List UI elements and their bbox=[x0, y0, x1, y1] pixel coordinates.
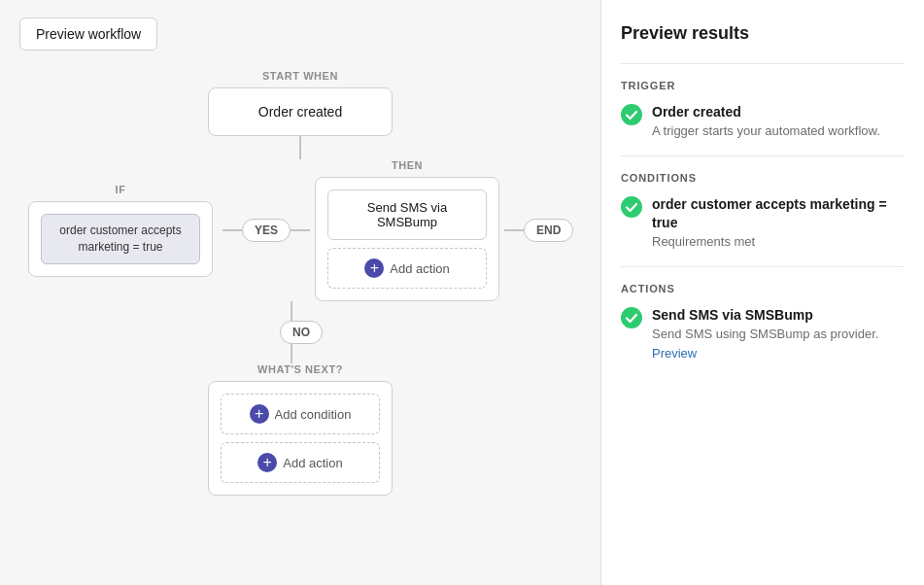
condition-check-icon bbox=[621, 196, 642, 218]
trigger-check-icon bbox=[621, 104, 642, 125]
condition-pill: order customer accepts marketing = true bbox=[41, 214, 200, 264]
conditions-section-header: CONDITIONS bbox=[621, 172, 905, 184]
trigger-box: Order created bbox=[208, 87, 393, 136]
no-branch: NO bbox=[198, 301, 402, 363]
action-result-content: Send SMS via SMSBump Send SMS using SMSB… bbox=[652, 306, 878, 361]
end-badge: END bbox=[524, 219, 573, 242]
trigger-result-content: Order created A trigger starts your auto… bbox=[652, 103, 880, 140]
then-label: THEN bbox=[392, 159, 423, 171]
action-preview-link[interactable]: Preview bbox=[652, 346, 878, 361]
no-badge: NO bbox=[280, 321, 323, 344]
if-box: order customer accepts marketing = true bbox=[28, 201, 213, 277]
preview-results-panel: Preview results TRIGGER Order created A … bbox=[600, 0, 924, 585]
h-connector-end bbox=[504, 229, 524, 231]
action-check-icon bbox=[621, 307, 642, 328]
add-condition-button[interactable]: + Add condition bbox=[221, 394, 380, 434]
divider-3 bbox=[621, 266, 905, 267]
then-block: THEN Send SMS via SMSBump + Add action bbox=[310, 159, 504, 301]
trigger-result-desc: A trigger starts your automated workflow… bbox=[652, 122, 880, 140]
svg-point-0 bbox=[621, 104, 642, 125]
whats-next-box: + Add condition + Add action bbox=[208, 381, 393, 496]
v-line-no-2 bbox=[291, 344, 292, 363]
svg-point-2 bbox=[621, 307, 642, 328]
divider-2 bbox=[621, 155, 905, 156]
workflow-canvas: Preview workflow START WHEN Order create… bbox=[0, 0, 600, 585]
connector-line-1 bbox=[299, 136, 301, 159]
action-result-title: Send SMS via SMSBump bbox=[652, 306, 878, 324]
panel-title: Preview results bbox=[621, 23, 905, 44]
add-action-whats-next-button[interactable]: + Add action bbox=[221, 442, 380, 483]
if-then-row: IF order customer accepts marketing = tr… bbox=[18, 159, 582, 301]
no-row bbox=[291, 301, 292, 321]
v-line-no bbox=[291, 301, 292, 321]
add-action-then-button[interactable]: + Add action bbox=[327, 248, 487, 289]
whats-next-block: WHAT'S NEXT? + Add condition + Add actio… bbox=[203, 363, 397, 496]
svg-point-1 bbox=[621, 196, 642, 218]
start-when-label: START WHEN bbox=[262, 70, 338, 82]
v-line-no-2 bbox=[291, 344, 292, 363]
trigger-result-title: Order created bbox=[652, 103, 880, 120]
start-when-block: START WHEN Order created bbox=[203, 70, 397, 136]
trigger-section-header: TRIGGER bbox=[621, 80, 905, 91]
condition-result-content: order customer accepts marketing = true … bbox=[652, 195, 905, 251]
trigger-result-item: Order created A trigger starts your auto… bbox=[621, 103, 905, 140]
action-result-item: Send SMS via SMSBump Send SMS using SMSB… bbox=[621, 306, 905, 361]
plus-icon-action: + bbox=[257, 453, 277, 472]
h-connector-yes2 bbox=[291, 229, 310, 231]
if-label: IF bbox=[116, 184, 126, 195]
sms-action-item: Send SMS via SMSBump bbox=[327, 189, 487, 240]
condition-result-title: order customer accepts marketing = true bbox=[652, 195, 905, 230]
preview-workflow-button[interactable]: Preview workflow bbox=[19, 17, 157, 51]
divider-1 bbox=[621, 63, 905, 64]
condition-result-desc: Requirements met bbox=[652, 233, 905, 251]
h-connector-yes bbox=[222, 229, 242, 231]
then-box: Send SMS via SMSBump + Add action bbox=[315, 177, 499, 301]
actions-section-header: ACTIONS bbox=[621, 283, 905, 294]
no-badge-wrapper: NO bbox=[280, 321, 323, 344]
if-block: IF order customer accepts marketing = tr… bbox=[18, 184, 222, 277]
plus-icon: + bbox=[364, 258, 384, 278]
condition-result-item: order customer accepts marketing = true … bbox=[621, 195, 905, 251]
workflow-flow: START WHEN Order created IF order custom… bbox=[19, 70, 581, 496]
action-result-desc: Send SMS using SMSBump as provider. bbox=[652, 326, 878, 343]
whats-next-label: WHAT'S NEXT? bbox=[257, 363, 343, 375]
plus-icon-condition: + bbox=[250, 404, 269, 424]
yes-badge: YES bbox=[242, 219, 291, 242]
